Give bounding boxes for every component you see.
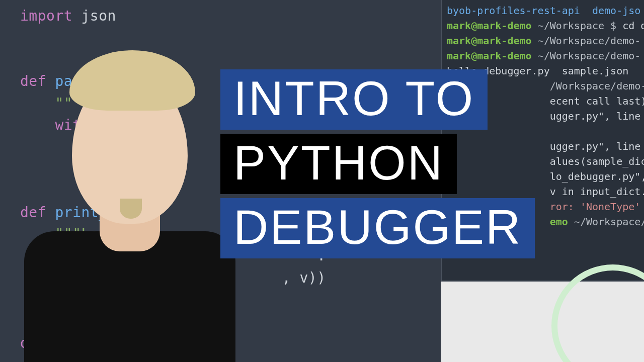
title-line-2: PYTHON: [220, 134, 457, 194]
code-line: import json: [20, 5, 436, 27]
terminal-line: byob-profiles-rest-api demo-jso: [447, 3, 640, 18]
bottom-strip: [441, 282, 644, 362]
terminal-line: mark@mark-demo ~/Workspace $ cd d: [447, 18, 640, 33]
title-line-3: DEBUGGER: [220, 198, 535, 258]
terminal-line: mark@mark-demo ~/Workspace/demo-: [447, 33, 640, 48]
thumbnail-stage: import json def path_to_dict(pa """Open …: [0, 0, 644, 362]
terminal-line: mark@mark-demo ~/Workspace/demo-: [447, 48, 640, 63]
presenter-figure: [24, 48, 235, 362]
title-overlay: INTRO TO PYTHON DEBUGGER: [220, 69, 535, 258]
title-line-1: INTRO TO: [220, 69, 488, 130]
code-line: [20, 27, 436, 48]
